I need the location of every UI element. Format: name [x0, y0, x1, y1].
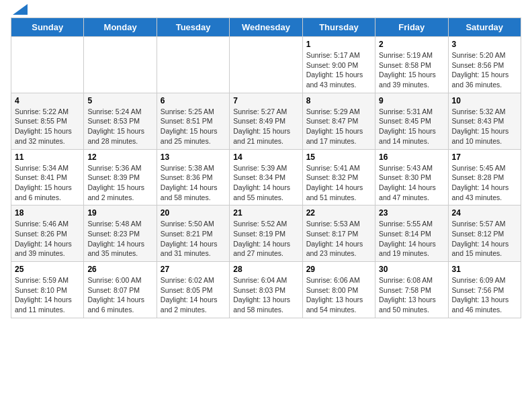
day-number: 2: [379, 40, 444, 49]
weekday-header-tuesday: Tuesday: [157, 18, 229, 37]
cell-text: Sunrise: 5:50 AM: [161, 219, 226, 229]
logo-icon: [13, 4, 28, 15]
cell-text: Sunrise: 5:34 AM: [15, 163, 80, 173]
cell-text: Daylight: 14 hours and 55 minutes.: [233, 183, 298, 202]
day-number: 21: [233, 208, 298, 218]
cell-text: Daylight: 15 hours and 10 minutes.: [452, 126, 517, 146]
cell-text: Sunrise: 5:24 AM: [87, 107, 152, 117]
day-number: 9: [379, 96, 444, 105]
day-number: 5: [87, 96, 152, 105]
calendar-cell: 15Sunrise: 5:41 AMSunset: 8:32 PMDayligh…: [302, 149, 375, 205]
calendar-cell: 31Sunrise: 6:09 AMSunset: 7:56 PMDayligh…: [448, 262, 521, 318]
logo: [11, 11, 28, 12]
cell-text: Daylight: 13 hours and 50 minutes.: [379, 295, 444, 314]
day-number: 12: [87, 152, 152, 162]
day-number: 8: [306, 96, 371, 105]
cell-text: Sunrise: 5:48 AM: [87, 219, 152, 229]
cell-text: Sunrise: 6:06 AM: [306, 275, 371, 285]
cell-text: Sunrise: 5:22 AM: [15, 107, 80, 117]
weekday-header-friday: Friday: [375, 18, 448, 37]
cell-text: Sunrise: 5:31 AM: [379, 107, 444, 117]
cell-text: Daylight: 14 hours and 39 minutes.: [15, 239, 80, 259]
day-number: 30: [379, 265, 444, 274]
day-number: 10: [452, 96, 517, 105]
cell-text: Daylight: 14 hours and 51 minutes.: [306, 183, 371, 202]
week-row-1: 1Sunrise: 5:17 AMSunset: 9:00 PMDaylight…: [11, 37, 521, 93]
calendar-cell: 28Sunrise: 6:04 AMSunset: 8:03 PMDayligh…: [230, 262, 302, 318]
day-number: 18: [15, 208, 80, 218]
calendar-cell: 4Sunrise: 5:22 AMSunset: 8:55 PMDaylight…: [11, 93, 84, 149]
cell-text: Daylight: 15 hours and 39 minutes.: [379, 70, 444, 89]
cell-text: Sunrise: 5:19 AM: [379, 50, 444, 60]
calendar-cell: 19Sunrise: 5:48 AMSunset: 8:23 PMDayligh…: [84, 205, 157, 262]
cell-text: Daylight: 15 hours and 21 minutes.: [233, 126, 298, 146]
calendar-cell: 2Sunrise: 5:19 AMSunset: 8:58 PMDaylight…: [375, 37, 448, 93]
cell-text: Daylight: 15 hours and 32 minutes.: [15, 126, 80, 146]
calendar-cell: [84, 37, 157, 93]
calendar-cell: 29Sunrise: 6:06 AMSunset: 8:00 PMDayligh…: [302, 262, 375, 318]
cell-text: Sunset: 8:58 PM: [379, 60, 444, 71]
calendar-cell: [11, 37, 84, 93]
cell-text: Daylight: 15 hours and 17 minutes.: [306, 126, 371, 146]
calendar-cell: 6Sunrise: 5:25 AMSunset: 8:51 PMDaylight…: [157, 93, 229, 149]
day-number: 14: [233, 152, 298, 162]
cell-text: Daylight: 15 hours and 6 minutes.: [15, 183, 80, 202]
cell-text: Sunset: 8:56 PM: [452, 60, 517, 71]
cell-text: Sunrise: 5:27 AM: [233, 107, 298, 117]
cell-text: Daylight: 14 hours and 15 minutes.: [452, 239, 517, 259]
weekday-header-thursday: Thursday: [302, 18, 375, 37]
calendar-cell: 11Sunrise: 5:34 AMSunset: 8:41 PMDayligh…: [11, 149, 84, 205]
cell-text: Sunrise: 5:59 AM: [15, 275, 80, 285]
cell-text: Daylight: 13 hours and 58 minutes.: [233, 295, 298, 314]
calendar-cell: 27Sunrise: 6:02 AMSunset: 8:05 PMDayligh…: [157, 262, 229, 318]
cell-text: Sunrise: 5:43 AM: [379, 163, 444, 173]
calendar-cell: 16Sunrise: 5:43 AMSunset: 8:30 PMDayligh…: [375, 149, 448, 205]
day-number: 22: [306, 208, 371, 218]
calendar-cell: 10Sunrise: 5:32 AMSunset: 8:43 PMDayligh…: [448, 93, 521, 149]
cell-text: Daylight: 15 hours and 43 minutes.: [306, 70, 371, 89]
day-number: 6: [161, 96, 226, 105]
calendar-cell: 25Sunrise: 5:59 AMSunset: 8:10 PMDayligh…: [11, 262, 84, 318]
day-number: 23: [379, 208, 444, 218]
calendar-cell: 26Sunrise: 6:00 AMSunset: 8:07 PMDayligh…: [84, 262, 157, 318]
cell-text: Daylight: 15 hours and 14 minutes.: [379, 126, 444, 146]
cell-text: Daylight: 14 hours and 6 minutes.: [87, 295, 152, 314]
cell-text: Daylight: 14 hours and 2 minutes.: [161, 295, 226, 314]
cell-text: Daylight: 14 hours and 47 minutes.: [379, 183, 444, 202]
cell-text: Sunset: 7:58 PM: [379, 285, 444, 295]
day-number: 28: [233, 265, 298, 274]
cell-text: Sunset: 8:17 PM: [306, 229, 371, 239]
calendar-cell: 8Sunrise: 5:29 AMSunset: 8:47 PMDaylight…: [302, 93, 375, 149]
cell-text: Daylight: 14 hours and 27 minutes.: [233, 239, 298, 259]
cell-text: Sunset: 8:36 PM: [161, 173, 226, 183]
day-number: 13: [161, 152, 226, 162]
weekday-header-sunday: Sunday: [11, 18, 84, 37]
day-number: 16: [379, 152, 444, 162]
week-row-2: 4Sunrise: 5:22 AMSunset: 8:55 PMDaylight…: [11, 93, 521, 149]
day-number: 3: [452, 40, 517, 49]
day-number: 26: [87, 265, 152, 274]
calendar-cell: 20Sunrise: 5:50 AMSunset: 8:21 PMDayligh…: [157, 205, 229, 262]
cell-text: Sunset: 8:55 PM: [15, 116, 80, 126]
calendar-cell: 14Sunrise: 5:39 AMSunset: 8:34 PMDayligh…: [230, 149, 302, 205]
weekday-header-wednesday: Wednesday: [230, 18, 302, 37]
cell-text: Daylight: 14 hours and 58 minutes.: [161, 183, 226, 202]
day-number: 17: [452, 152, 517, 162]
cell-text: Daylight: 15 hours and 28 minutes.: [87, 126, 152, 146]
day-number: 27: [161, 265, 226, 274]
cell-text: Sunset: 8:12 PM: [452, 229, 517, 239]
day-number: 15: [306, 152, 371, 162]
day-number: 20: [161, 208, 226, 218]
day-number: 31: [452, 265, 517, 274]
cell-text: Sunrise: 5:55 AM: [379, 219, 444, 229]
cell-text: Sunrise: 5:53 AM: [306, 219, 371, 229]
cell-text: Sunrise: 5:39 AM: [233, 163, 298, 173]
cell-text: Sunrise: 5:52 AM: [233, 219, 298, 229]
cell-text: Daylight: 14 hours and 11 minutes.: [15, 295, 80, 314]
cell-text: Sunset: 8:45 PM: [379, 116, 444, 126]
calendar-cell: 7Sunrise: 5:27 AMSunset: 8:49 PMDaylight…: [230, 93, 302, 149]
weekday-header-row: SundayMondayTuesdayWednesdayThursdayFrid…: [11, 18, 521, 37]
cell-text: Sunset: 8:47 PM: [306, 116, 371, 126]
cell-text: Sunset: 8:51 PM: [161, 116, 226, 126]
calendar-cell: 5Sunrise: 5:24 AMSunset: 8:53 PMDaylight…: [84, 93, 157, 149]
